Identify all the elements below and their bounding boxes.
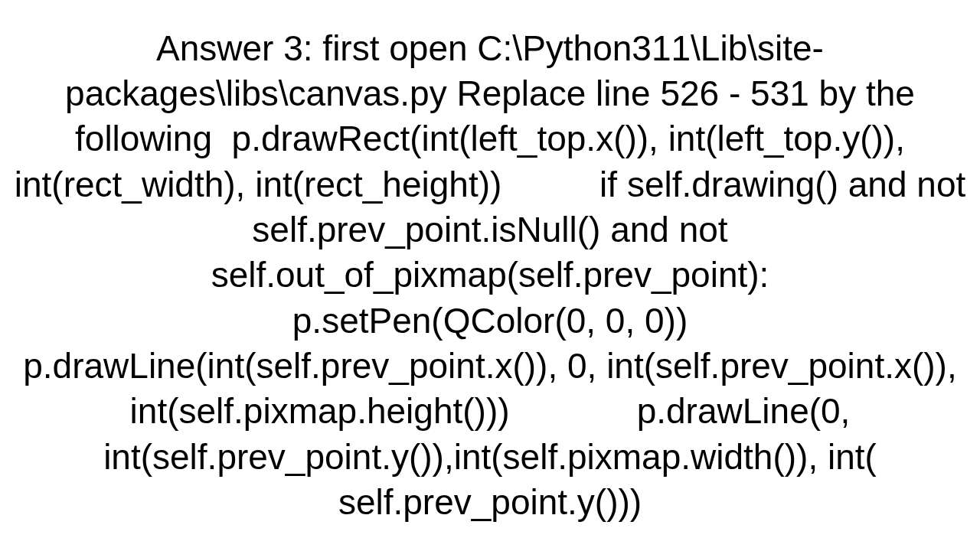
answer-text: Answer 3: first open C:\Python311\Lib\si… bbox=[5, 26, 975, 526]
answer-container: Answer 3: first open C:\Python311\Lib\si… bbox=[0, 0, 980, 551]
